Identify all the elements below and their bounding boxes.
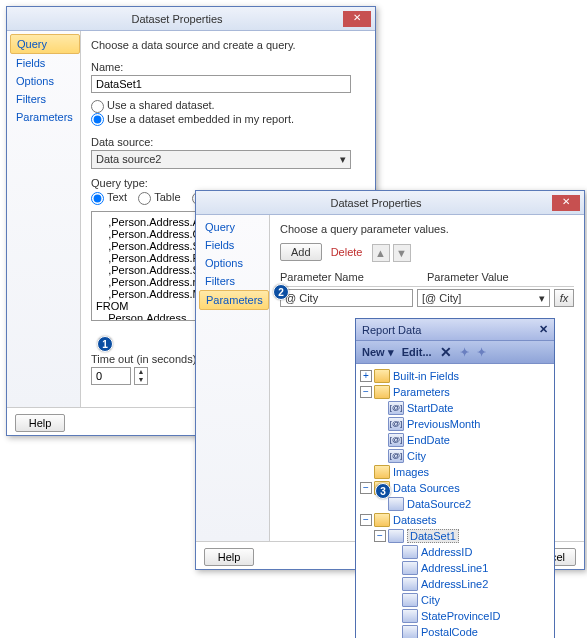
dialog1-title: Dataset Properties [11, 13, 343, 25]
move-down-icon[interactable]: ▼ [393, 244, 411, 262]
field-icon [402, 545, 418, 559]
node-images[interactable]: Images [393, 466, 429, 478]
marker-3: 3 [375, 483, 391, 499]
node-ds2[interactable]: DataSource2 [407, 498, 471, 510]
node-prevmonth[interactable]: PreviousMonth [407, 418, 480, 430]
querytype-label: Query type: [91, 177, 365, 189]
fx-button[interactable]: fx [554, 289, 574, 307]
nav-options[interactable]: Options [10, 72, 80, 90]
node-al2[interactable]: AddressLine2 [421, 578, 488, 590]
delete-button[interactable]: Delete [331, 246, 363, 258]
node-addressid[interactable]: AddressID [421, 546, 472, 558]
node-city-param[interactable]: City [407, 450, 426, 462]
dialog1-nav: Query Fields Options Filters Parameters [7, 31, 81, 407]
intro-text: Choose a data source and create a query. [91, 39, 365, 51]
node-enddate[interactable]: EndDate [407, 434, 450, 446]
help-button[interactable]: Help [15, 414, 65, 432]
nav-fields[interactable]: Fields [10, 54, 80, 72]
dialog1-titlebar: Dataset Properties ✕ [7, 7, 375, 31]
param-icon: [@] [388, 449, 404, 463]
node-dataset1[interactable]: DataSet1 [407, 529, 459, 543]
other-icon[interactable]: ✦ [477, 346, 486, 359]
node-cityfield[interactable]: City [421, 594, 440, 606]
expand-icon[interactable]: + [360, 370, 372, 382]
name-label: Name: [91, 61, 365, 73]
field-icon [402, 609, 418, 623]
nav2-fields[interactable]: Fields [199, 236, 269, 254]
folder-icon [374, 465, 390, 479]
nav2-query[interactable]: Query [199, 218, 269, 236]
field-icon [402, 625, 418, 638]
folder-icon [374, 369, 390, 383]
radio-embedded[interactable]: Use a dataset embedded in my report. [91, 113, 294, 125]
node-datasources[interactable]: Data Sources [393, 482, 460, 494]
node-startdate[interactable]: StartDate [407, 402, 453, 414]
node-builtin[interactable]: Built-in Fields [393, 370, 459, 382]
folder-icon [374, 385, 390, 399]
panel-title: Report Data [362, 324, 421, 336]
col-param-name: Parameter Name [280, 271, 427, 283]
field-icon [402, 577, 418, 591]
node-parameters[interactable]: Parameters [393, 386, 450, 398]
chevron-down-icon: ▾ [340, 153, 346, 166]
node-al1[interactable]: AddressLine1 [421, 562, 488, 574]
collapse-icon[interactable]: − [360, 482, 372, 494]
collapse-icon[interactable]: − [360, 386, 372, 398]
param-icon: [@] [388, 401, 404, 415]
radio-shared[interactable]: Use a shared dataset. [91, 99, 215, 111]
nav-parameters[interactable]: Parameters [10, 108, 80, 126]
refresh-icon[interactable]: ✦ [460, 346, 469, 359]
col-param-value: Parameter Value [427, 271, 574, 283]
spinner-icon[interactable]: ▲▼ [134, 367, 148, 385]
nav-filters[interactable]: Filters [10, 90, 80, 108]
field-icon [402, 561, 418, 575]
close-icon[interactable]: ✕ [343, 11, 371, 27]
help2-button[interactable]: Help [204, 548, 254, 566]
datasource-icon [388, 497, 404, 511]
param-icon: [@] [388, 417, 404, 431]
tree: +Built-in Fields −Parameters [@]StartDat… [356, 364, 554, 638]
collapse-icon[interactable]: − [374, 530, 386, 542]
folder-icon [374, 513, 390, 527]
marker-2: 2 [273, 284, 289, 300]
panel-close-icon[interactable]: ✕ [539, 323, 548, 336]
datasource-select[interactable]: Data source2▾ [91, 150, 351, 169]
marker-1: 1 [97, 336, 113, 352]
edit-button[interactable]: Edit... [402, 346, 432, 358]
delete-icon[interactable]: ✕ [440, 344, 452, 360]
node-spid[interactable]: StateProvinceID [421, 610, 500, 622]
add-button[interactable]: Add [280, 243, 322, 261]
datasource-label: Data source: [91, 136, 365, 148]
new-button[interactable]: New ▾ [362, 346, 394, 359]
param-icon: [@] [388, 433, 404, 447]
panel-titlebar: Report Data ✕ [356, 319, 554, 341]
dialog2-title: Dataset Properties [200, 197, 552, 209]
close-icon[interactable]: ✕ [552, 195, 580, 211]
dataset-icon [388, 529, 404, 543]
intro2-text: Choose a query parameter values. [280, 223, 574, 235]
timeout-input[interactable] [91, 367, 131, 385]
qt-text[interactable]: Text [91, 191, 127, 203]
dialog2-nav: Query Fields Options Filters Parameters [196, 215, 270, 541]
param-value-select[interactable]: [@ City]▾ [417, 289, 550, 307]
dialog2-titlebar: Dataset Properties ✕ [196, 191, 584, 215]
nav2-filters[interactable]: Filters [199, 272, 269, 290]
name-input[interactable] [91, 75, 351, 93]
move-up-icon[interactable]: ▲ [372, 244, 390, 262]
qt-table[interactable]: Table [138, 191, 180, 203]
collapse-icon[interactable]: − [360, 514, 372, 526]
nav2-parameters[interactable]: Parameters [199, 290, 269, 310]
nav-query[interactable]: Query [10, 34, 80, 54]
field-icon [402, 593, 418, 607]
panel-toolbar: New ▾ Edit... ✕ ✦ ✦ [356, 341, 554, 364]
node-pc[interactable]: PostalCode [421, 626, 478, 638]
chevron-down-icon: ▾ [539, 292, 545, 304]
nav2-options[interactable]: Options [199, 254, 269, 272]
param-name-input[interactable]: @ City [280, 289, 413, 307]
node-datasets[interactable]: Datasets [393, 514, 436, 526]
